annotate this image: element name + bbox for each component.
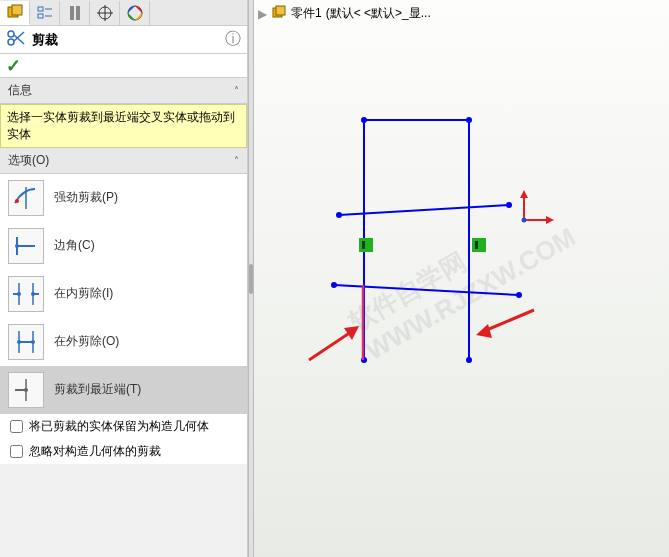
tab-feature[interactable]	[0, 1, 30, 25]
options-list: 强劲剪裁(P) 边角(C) 在内剪除(I) 在外剪除(O) 剪裁到最近端(T) …	[0, 174, 247, 464]
option-label: 边角(C)	[54, 237, 95, 254]
options-section-title: 选项(O)	[8, 152, 49, 169]
svg-point-31	[31, 340, 35, 344]
command-title: 剪裁	[32, 31, 58, 49]
sketch-canvas[interactable]	[254, 0, 669, 557]
option-label: 在外剪除(O)	[54, 333, 119, 350]
trim-outside-icon	[8, 324, 44, 360]
sketch-point[interactable]	[506, 202, 512, 208]
annotation-arrow-icon	[476, 310, 534, 338]
checkbox-input[interactable]	[10, 445, 23, 458]
trim-icon	[6, 29, 26, 50]
graphics-viewport[interactable]: ▶ 零件1 (默认< <默认>_显... 软件自学网 WWW.RJZXW.COM	[254, 0, 669, 557]
help-icon[interactable]: ⓘ	[225, 29, 241, 50]
svg-rect-1	[12, 5, 22, 15]
confirm-icon[interactable]: ✓	[6, 55, 21, 77]
corner-icon	[8, 228, 44, 264]
options-section-header[interactable]: 选项(O) ˄	[0, 148, 247, 174]
svg-marker-45	[344, 326, 359, 340]
origin-triad-icon	[520, 190, 554, 224]
svg-point-17	[15, 199, 19, 203]
option-trim-outside[interactable]: 在外剪除(O)	[0, 318, 247, 366]
svg-point-30	[17, 340, 21, 344]
svg-rect-2	[38, 7, 43, 11]
option-label: 强劲剪裁(P)	[54, 189, 118, 206]
trim-nearest-icon	[8, 372, 44, 408]
sketch-point[interactable]	[466, 117, 472, 123]
property-panel: 剪裁 ⓘ ✓ 信息 ˄ 选择一实体剪裁到最近端交叉实体或拖动到实体 选项(O) …	[0, 0, 248, 557]
sketch-point[interactable]	[331, 282, 337, 288]
confirm-row: ✓	[0, 54, 247, 78]
constraint-badge-icon[interactable]	[472, 238, 486, 252]
svg-rect-43	[475, 241, 478, 249]
checkbox-label: 将已剪裁的实体保留为构造几何体	[29, 418, 209, 435]
tab-config[interactable]	[60, 1, 90, 25]
option-trim-inside[interactable]: 在内剪除(I)	[0, 270, 247, 318]
option-label: 在内剪除(I)	[54, 285, 113, 302]
svg-rect-3	[38, 14, 43, 18]
svg-marker-47	[476, 324, 492, 338]
panel-tabstrip	[0, 0, 247, 26]
trim-inside-icon	[8, 276, 44, 312]
svg-marker-40	[546, 216, 554, 224]
svg-rect-6	[70, 6, 74, 20]
svg-point-34	[24, 388, 28, 392]
svg-point-26	[31, 292, 35, 296]
checkbox-keep-construction[interactable]: 将已剪裁的实体保留为构造几何体	[0, 414, 247, 439]
checkbox-label: 忽略对构造几何体的剪裁	[29, 443, 161, 460]
option-trim-nearest[interactable]: 剪裁到最近端(T)	[0, 366, 247, 414]
chevron-up-icon[interactable]: ˄	[234, 85, 239, 96]
svg-rect-42	[362, 241, 365, 249]
annotation-arrow-icon	[309, 326, 359, 360]
info-section-title: 信息	[8, 82, 32, 99]
power-trim-icon	[8, 180, 44, 216]
sketch-point[interactable]	[466, 357, 472, 363]
tab-target[interactable]	[90, 1, 120, 25]
svg-marker-38	[520, 190, 528, 198]
svg-line-44	[309, 330, 354, 360]
constraint-badge-icon[interactable]	[359, 238, 373, 252]
svg-point-41	[522, 218, 527, 223]
option-label: 剪裁到最近端(T)	[54, 381, 141, 398]
info-section-header[interactable]: 信息 ˄	[0, 78, 247, 104]
svg-point-25	[17, 292, 21, 296]
svg-point-13	[8, 39, 14, 45]
checkbox-ignore-construction[interactable]: 忽略对构造几何体的剪裁	[0, 439, 247, 464]
tab-appearance[interactable]	[120, 1, 150, 25]
tab-tree[interactable]	[30, 1, 60, 25]
checkbox-input[interactable]	[10, 420, 23, 433]
svg-point-12	[8, 31, 14, 37]
option-power-trim[interactable]: 强劲剪裁(P)	[0, 174, 247, 222]
info-message: 选择一实体剪裁到最近端交叉实体或拖动到实体	[0, 104, 247, 148]
sketch-point[interactable]	[361, 117, 367, 123]
sketch-point[interactable]	[516, 292, 522, 298]
command-header: 剪裁 ⓘ	[0, 26, 247, 54]
svg-line-46	[482, 310, 534, 332]
svg-rect-7	[76, 6, 80, 20]
svg-point-20	[15, 244, 19, 248]
option-corner[interactable]: 边角(C)	[0, 222, 247, 270]
chevron-up-icon[interactable]: ˄	[234, 155, 239, 166]
sketch-point[interactable]	[336, 212, 342, 218]
